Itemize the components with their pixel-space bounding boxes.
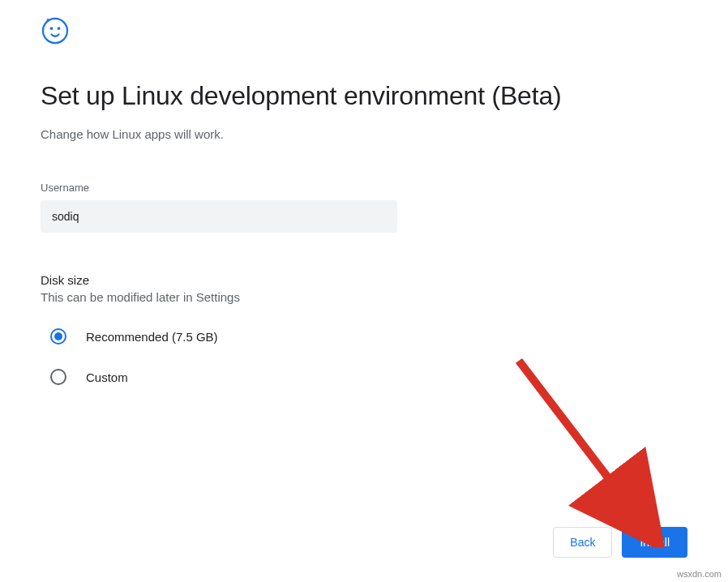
page-title: Set up Linux development environment (Be… <box>41 81 687 111</box>
radio-label-recommended: Recommended (7.5 GB) <box>86 330 218 344</box>
disksize-section: Disk size This can be modified later in … <box>41 273 687 385</box>
username-label: Username <box>41 182 687 194</box>
back-button[interactable]: Back <box>553 527 612 558</box>
radio-unselected-icon <box>50 369 66 385</box>
radio-selected-icon <box>50 328 66 344</box>
linux-penguin-icon <box>41 16 687 49</box>
install-button[interactable]: Install <box>622 527 687 558</box>
radio-label-custom: Custom <box>86 370 128 384</box>
disksize-description: This can be modified later in Settings <box>41 290 687 304</box>
button-bar: Back Install <box>553 527 687 558</box>
radio-option-recommended[interactable]: Recommended (7.5 GB) <box>50 328 687 344</box>
svg-point-2 <box>58 27 61 30</box>
username-input[interactable] <box>41 200 397 233</box>
svg-point-0 <box>43 19 67 43</box>
username-section: Username <box>41 182 687 233</box>
svg-point-1 <box>50 27 54 30</box>
disksize-radio-group: Recommended (7.5 GB) Custom <box>41 328 687 385</box>
page-subtitle: Change how Linux apps will work. <box>41 127 687 141</box>
disksize-title: Disk size <box>41 273 687 287</box>
radio-option-custom[interactable]: Custom <box>50 369 687 385</box>
watermark-text: wsxdn.com <box>677 569 722 579</box>
